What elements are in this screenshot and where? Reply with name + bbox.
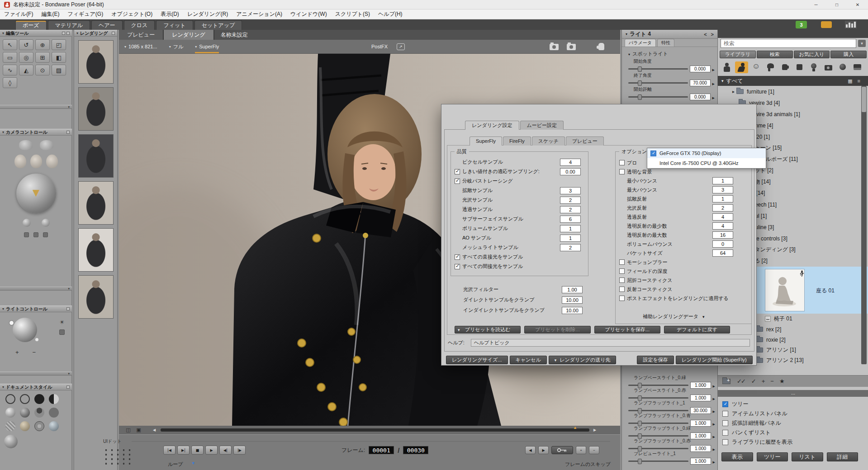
edit-tool-button[interactable]: ▭ [3, 52, 17, 63]
material-icon[interactable] [836, 61, 849, 73]
library-tool-icon[interactable]: − [770, 378, 773, 385]
style-preview[interactable] [49, 421, 59, 431]
checkbox[interactable] [619, 296, 625, 301]
parameter-slider[interactable] [628, 385, 688, 386]
add-key-button[interactable]: + [576, 446, 586, 454]
library-tab[interactable]: ライブラリ [720, 51, 756, 58]
engine-tab[interactable]: スケッチ [532, 136, 565, 146]
menu-item[interactable]: ウインドウ(W) [286, 9, 331, 19]
setting-value-input[interactable]: 0 [712, 240, 733, 248]
style-smooth-shaded[interactable] [49, 408, 59, 418]
export-icon[interactable]: ↗ [397, 43, 405, 50]
setting-value-input[interactable]: 10.00 [562, 296, 583, 304]
edit-tool-button[interactable]: ◰ [52, 39, 66, 50]
checkbox[interactable] [619, 259, 625, 265]
setting-value-input[interactable]: 1.00 [562, 286, 583, 293]
dial-arrow-icon[interactable] [713, 458, 715, 465]
preset-button[interactable]: デフォルトに戻す [664, 326, 730, 334]
pan-hand-icon[interactable] [598, 43, 604, 50]
add-folder-icon[interactable] [722, 379, 730, 384]
light-panel-header[interactable]: ライト 4 <> [622, 30, 717, 39]
prop-icon[interactable] [793, 61, 806, 73]
parameter-slider[interactable] [628, 423, 688, 424]
preset-button[interactable]: プリセットを読込む [455, 326, 521, 334]
library-tool-icon[interactable]: + [762, 378, 764, 385]
room-tab[interactable]: クロス [124, 20, 155, 30]
notification-badge[interactable]: 3 [796, 21, 807, 28]
library-tree-item[interactable]: furniture [1] [718, 86, 868, 97]
loop-label[interactable]: ループ [168, 461, 183, 468]
device-option[interactable]: GeForce GTX 750 (Display) [647, 148, 766, 158]
add-light-button[interactable]: + [15, 349, 19, 356]
chart-icon[interactable] [845, 21, 857, 28]
view-option-row[interactable]: ツリー [718, 400, 868, 409]
menu-item[interactable]: ヘルプ(H) [374, 9, 407, 19]
checkbox[interactable] [455, 264, 460, 269]
scene-icon[interactable] [851, 61, 864, 73]
library-tool-icon[interactable]: ★ [779, 378, 784, 385]
edit-tool-button[interactable]: ∿ [3, 65, 17, 75]
light-panel-tab[interactable]: パラメータ [625, 39, 656, 47]
dial-arrow-icon[interactable] [712, 80, 715, 86]
loop-marker-icon[interactable]: ▼ [191, 461, 195, 465]
layer-toggle-icon[interactable]: ◫ [124, 427, 132, 433]
engine-tab[interactable]: プレビュー [566, 136, 604, 146]
current-frame-input[interactable]: 00001 [369, 446, 394, 454]
library-tab[interactable]: お気に入り [794, 51, 830, 58]
menu-item[interactable]: オブジェクト(O) [107, 9, 157, 19]
library-tool-icon[interactable]: ✓✓ [737, 378, 745, 385]
render-thumbnail[interactable] [78, 228, 114, 272]
render-engine-dropdown[interactable]: SuperFly [195, 40, 219, 53]
dialog-button[interactable]: レンダリングサイズ... [446, 356, 508, 364]
setting-value-input[interactable]: 1 [712, 195, 733, 202]
camera-roll-icon[interactable] [42, 219, 50, 227]
setting-value-input[interactable]: 2 [560, 197, 581, 204]
parameter-slider[interactable] [628, 397, 688, 399]
dialog-button[interactable]: レンダリング開始 (SuperFly) [676, 356, 753, 364]
room-tab[interactable]: マテリアル [48, 20, 90, 30]
face-camera-icon[interactable] [14, 155, 26, 168]
transport-button[interactable]: ◀| [219, 446, 232, 455]
checkbox[interactable] [455, 254, 460, 260]
dial-arrow-icon[interactable] [713, 446, 715, 452]
parameter-value-input[interactable]: 1.000 [690, 382, 711, 389]
style-wireframe[interactable] [5, 394, 15, 404]
panel-option-icon[interactable] [62, 32, 65, 35]
parameter-slider[interactable] [628, 82, 688, 84]
library-root-bar[interactable]: すべて ▦ ≡ [718, 76, 868, 86]
parameter-value-input[interactable]: 0.000 [690, 94, 711, 100]
hand-icon[interactable] [778, 61, 792, 73]
panel-option-icon[interactable] [112, 32, 115, 35]
panel-divider[interactable] [0, 371, 72, 376]
dialog-button[interactable]: 設定を保存 [637, 356, 674, 364]
setting-value-input[interactable]: 2 [560, 244, 581, 251]
parameter-slider[interactable] [628, 461, 688, 462]
light-properties-icon[interactable] [59, 329, 65, 335]
checkbox[interactable] [722, 401, 728, 407]
dialog-tab[interactable]: レンダリング設定 [465, 121, 519, 130]
view-option-row[interactable]: 拡張詳細情報パネル [718, 418, 868, 428]
maximize-button[interactable]: □ [826, 0, 847, 9]
setting-value-input[interactable]: 1 [712, 177, 733, 184]
dial-arrow-icon[interactable] [712, 94, 715, 100]
library-view-button[interactable]: 詳細 [827, 452, 859, 461]
close-button[interactable]: ✕ [847, 0, 868, 9]
sort-icon[interactable]: ≡ [858, 78, 860, 84]
checkbox[interactable] [722, 439, 728, 445]
previous-key-button[interactable]: ◀ [525, 446, 536, 454]
checkbox[interactable] [722, 430, 728, 436]
dial-arrow-icon[interactable] [713, 395, 715, 401]
key-icon[interactable] [551, 446, 573, 454]
scroll-marker-icon[interactable]: ▲ [573, 425, 577, 430]
aux-render-data-dropdown[interactable]: 補助レンダリングデータ [643, 313, 705, 320]
setting-value-input[interactable]: 4 [712, 213, 733, 221]
head-camera-icon[interactable] [30, 155, 42, 168]
render-thumbnail[interactable] [78, 275, 114, 319]
minimize-button[interactable]: ─ [806, 0, 826, 9]
style-silhouette[interactable] [34, 394, 44, 404]
transport-button[interactable]: |◀ [163, 446, 175, 455]
compare-camera-icon[interactable] [567, 44, 576, 50]
library-tab[interactable]: 検索 [757, 51, 793, 58]
edit-tool-button[interactable]: ↺ [19, 39, 33, 50]
document-style-header[interactable]: ドキュメントスタイル [0, 384, 72, 390]
